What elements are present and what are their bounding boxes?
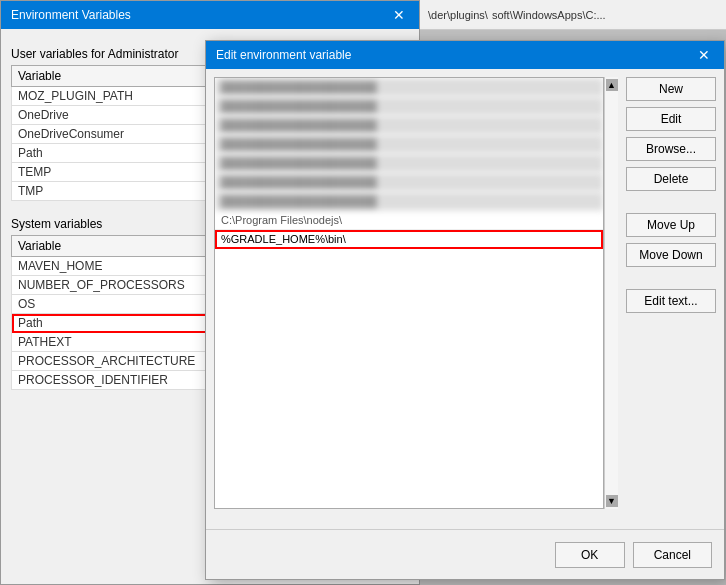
cancel-button[interactable]: Cancel [633,542,712,568]
move-up-button[interactable]: Move Up [626,213,716,237]
list-item[interactable]: ████████████████████ [215,97,603,116]
list-item[interactable]: ████████████████████ [215,192,603,211]
edit-button[interactable]: Edit [626,107,716,131]
path-list-container[interactable]: ████████████████████████████████████████… [214,77,604,509]
env-window-titlebar: Environment Variables ✕ [1,1,419,29]
list-item[interactable]: ████████████████████ [215,154,603,173]
edit-text-button[interactable]: Edit text... [626,289,716,313]
edit-dialog-close[interactable]: ✕ [694,47,714,63]
dialog-footer: OK Cancel [206,529,724,579]
list-item[interactable]: ████████████████████ [215,135,603,154]
btn-spacer-2 [626,273,716,283]
btn-spacer-1 [626,197,716,207]
edit-dialog-titlebar: Edit environment variable ✕ [206,41,724,69]
list-item[interactable]: ████████████████████ [215,116,603,135]
scroll-up-btn[interactable]: ▲ [606,79,618,91]
path-list-wrapper: ████████████████████████████████████████… [214,77,618,509]
ok-button[interactable]: OK [555,542,625,568]
new-button[interactable]: New [626,77,716,101]
scroll-down-btn[interactable]: ▼ [606,495,618,507]
bg-path-text: \der\plugins\ soft\WindowsApps\C:... [420,0,726,30]
edit-dialog-body: ████████████████████████████████████████… [206,69,724,517]
browse-button[interactable]: Browse... [626,137,716,161]
scrollbar[interactable]: ▲ ▼ [604,77,618,509]
list-item[interactable]: ████████████████████ [215,78,603,97]
edit-dialog-title: Edit environment variable [216,48,351,62]
list-item[interactable]: C:\Program Files\nodejs\ [215,211,603,230]
btn-panel: New Edit Browse... Delete Move Up Move D… [626,77,716,509]
env-window-title: Environment Variables [11,8,131,22]
move-down-button[interactable]: Move Down [626,243,716,267]
list-item[interactable]: ████████████████████ [215,173,603,192]
list-item[interactable]: %GRADLE_HOME%\bin\ [215,230,603,249]
delete-button[interactable]: Delete [626,167,716,191]
env-window-close[interactable]: ✕ [389,7,409,23]
edit-dialog: Edit environment variable ✕ ████████████… [205,40,725,580]
